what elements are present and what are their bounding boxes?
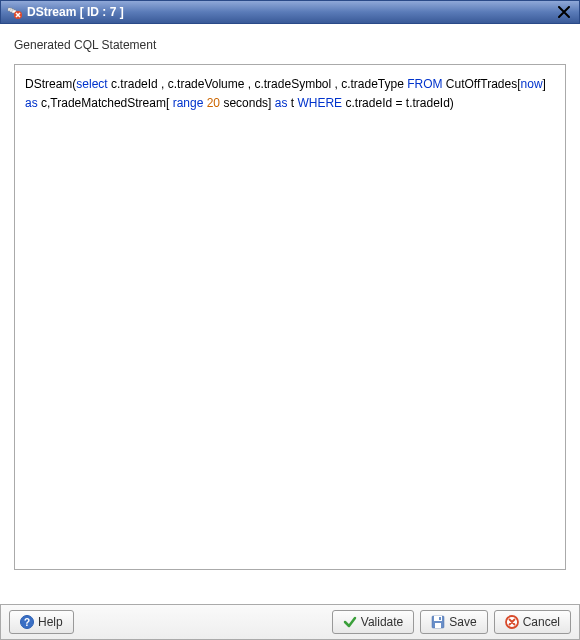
check-icon (343, 615, 357, 629)
footer-right: Validate Save Cancel (332, 610, 571, 634)
window-header-left: DStream [ ID : 7 ] (7, 4, 124, 20)
help-icon: ? (20, 615, 34, 629)
cql-statement-box[interactable]: DStream(select c.tradeId , c.tradeVolume… (14, 64, 566, 570)
svg-rect-3 (435, 623, 441, 628)
svg-rect-4 (439, 617, 441, 620)
save-button-label: Save (449, 615, 476, 629)
help-button-label: Help (38, 615, 63, 629)
floppy-icon (431, 615, 445, 629)
cancel-button-label: Cancel (523, 615, 560, 629)
statement-label: Generated CQL Statement (14, 38, 566, 52)
footer-toolbar: ? Help Validate Save (0, 604, 580, 640)
cancel-button[interactable]: Cancel (494, 610, 571, 634)
cql-statement-text: DStream(select c.tradeId , c.tradeVolume… (25, 77, 546, 110)
cancel-icon (505, 615, 519, 629)
validate-button[interactable]: Validate (332, 610, 414, 634)
validate-button-label: Validate (361, 615, 403, 629)
window-title: DStream [ ID : 7 ] (27, 5, 124, 19)
help-button[interactable]: ? Help (9, 610, 74, 634)
content-area: Generated CQL Statement DStream(select c… (0, 24, 580, 570)
close-button[interactable] (555, 3, 573, 21)
footer-left: ? Help (9, 610, 74, 634)
save-button[interactable]: Save (420, 610, 487, 634)
stream-icon (7, 4, 23, 20)
window-header: DStream [ ID : 7 ] (0, 0, 580, 24)
